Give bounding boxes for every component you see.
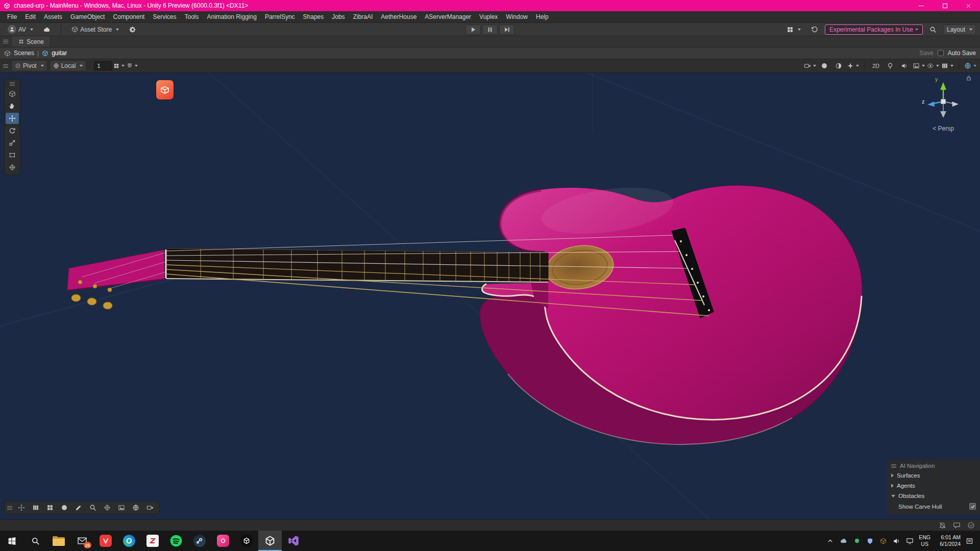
drag-handle-icon[interactable] [10,82,15,86]
language-indicator[interactable]: ENG US [919,534,930,547]
step-button[interactable] [499,24,514,35]
settings-button[interactable] [126,24,140,35]
display-network-icon[interactable] [905,537,914,545]
scene-canvas[interactable] [0,73,980,519]
menu-shapes[interactable]: Shapes [299,12,328,22]
taskbar-app-steam[interactable] [188,531,211,551]
skybox-toggle[interactable] [818,61,831,71]
orientation-dropdown[interactable]: Local [50,60,87,71]
menu-window[interactable]: Window [502,12,532,22]
menu-aetherhouse[interactable]: AetherHouse [377,12,421,22]
taskbar-app-zotero[interactable] [141,531,164,551]
overlay-move-button[interactable] [15,503,28,513]
menu-aservermanager[interactable]: AServerManager [421,12,475,22]
taskbar-app-file-explorer[interactable] [47,531,70,551]
overlay-sphere-button[interactable] [58,503,71,513]
menu-animation-rigging[interactable]: Animation Rigging [203,12,260,22]
lighting-toggle[interactable] [884,61,897,71]
auto-save-checkbox[interactable] [938,50,944,56]
account-dropdown[interactable]: AV [4,23,37,35]
overlay-grid-button[interactable] [43,503,57,513]
guitar-headstock[interactable] [67,250,166,309]
tray-status-icon[interactable] [852,537,861,545]
gizmo-lock-icon[interactable] [966,75,972,81]
tray-app-icon[interactable] [879,537,888,545]
fog-toggle[interactable] [832,61,845,71]
audio-toggle[interactable] [898,61,911,71]
snap-settings-dropdown[interactable] [126,61,139,71]
notifications-muted-icon[interactable] [939,521,946,529]
scale-tool-button[interactable] [6,137,19,148]
show-carve-hull-checkbox[interactable] [969,503,976,510]
ai-navigation-header[interactable]: AI Navigation [887,461,980,470]
2d-mode-toggle[interactable]: 2D [869,61,883,71]
prefab-gizmo-icon[interactable] [156,80,174,99]
play-button[interactable] [465,24,481,35]
layout-dropdown[interactable]: Layout [943,24,976,35]
volume-icon[interactable] [892,537,901,545]
orientation-gizmo[interactable]: y z < Persp [918,76,969,136]
overlay-search-button[interactable] [86,503,100,513]
scene-visibility-dropdown[interactable] [926,61,940,71]
grid-size-input[interactable] [94,61,112,70]
taskbar-search-button[interactable] [23,531,47,551]
taskbar-app-visual-studio[interactable] [282,531,305,551]
clock[interactable]: 6:01 AM 6/1/2024 [935,534,961,547]
nav-obstacles-row[interactable]: Obstacles [887,491,980,501]
effects-dropdown[interactable] [912,61,925,71]
tray-expand-button[interactable] [826,537,835,545]
menu-help[interactable]: Help [532,12,553,22]
overlay-paint-button[interactable] [72,503,85,513]
tray-cloud-icon[interactable] [839,537,848,545]
overlay-transform-button[interactable] [101,503,114,513]
perspective-label[interactable]: < Persp [918,125,969,132]
drag-handle-icon[interactable] [7,506,12,510]
overlay-camera-button[interactable] [143,503,157,513]
rotate-tool-button[interactable] [6,125,19,136]
menu-assets[interactable]: Assets [40,12,66,22]
pause-button[interactable] [482,24,498,35]
drag-handle-icon[interactable] [3,40,8,43]
breadcrumb-current[interactable]: guitar [52,49,67,57]
menu-gameobject[interactable]: GameObject [66,12,109,22]
multiplayer-dropdown[interactable] [783,24,804,35]
overlay-image-button[interactable] [115,503,128,513]
draw-mode-dropdown[interactable] [803,61,817,71]
minimize-button[interactable] [910,0,933,11]
transform-tool-button[interactable] [6,162,19,173]
tab-scene[interactable]: Scene [12,36,51,47]
pivot-mode-dropdown[interactable]: Pivot [11,60,47,71]
overlay-globe-button[interactable] [129,503,142,513]
cloud-services-button[interactable] [40,24,54,35]
menu-zibraai[interactable]: ZibraAI [349,12,377,22]
flares-dropdown[interactable] [846,61,860,71]
progress-ok-icon[interactable] [967,521,975,529]
taskbar-app-mail[interactable]: 26 [70,531,94,551]
camera-settings-dropdown[interactable] [964,61,977,71]
menu-file[interactable]: File [3,12,21,22]
nav-surfaces-row[interactable]: Surfaces [887,470,980,481]
action-center-button[interactable] [965,537,974,545]
console-message-icon[interactable] [953,521,961,529]
search-button[interactable] [926,24,940,35]
hand-tool-button[interactable] [6,101,19,112]
menu-edit[interactable]: Edit [21,12,40,22]
maximize-button[interactable] [933,0,957,11]
scene-viewport[interactable]: y z < Persp AI Navigation Surfaces Agent… [0,73,980,519]
move-tool-button[interactable] [6,113,19,124]
menu-component[interactable]: Component [109,12,149,22]
menu-services[interactable]: Services [149,12,180,22]
start-button[interactable] [0,531,23,551]
rect-tool-button[interactable] [6,149,19,161]
show-carve-hull-row[interactable]: Show Carve Hull [887,501,980,512]
drag-handle-icon[interactable] [3,64,8,68]
breadcrumb-root[interactable]: Scenes [14,49,34,57]
taskbar-app-pink[interactable] [211,531,235,551]
grid-snap-dropdown[interactable] [112,61,126,71]
taskbar-app-spotify[interactable] [164,531,188,551]
tray-shield-icon[interactable] [866,537,874,545]
close-button[interactable] [957,0,980,11]
menu-jobs[interactable]: Jobs [328,12,349,22]
menu-parrelsync[interactable]: ParrelSync [261,12,299,22]
taskbar-app-unity-hub[interactable] [235,531,258,551]
